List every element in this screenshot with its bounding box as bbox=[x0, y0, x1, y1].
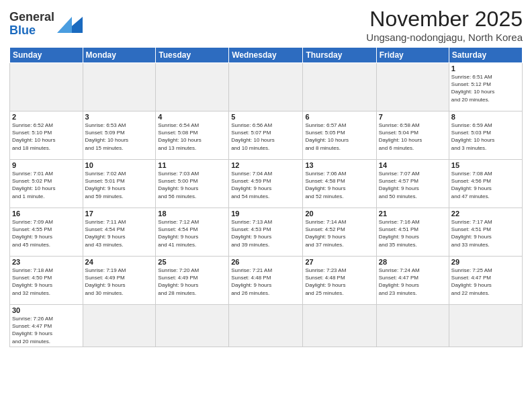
day-info: Sunrise: 7:09 AM Sunset: 4:55 PM Dayligh… bbox=[12, 218, 81, 248]
calendar-cell bbox=[376, 63, 449, 111]
day-info: Sunrise: 6:56 AM Sunset: 5:07 PM Dayligh… bbox=[231, 122, 300, 152]
calendar-cell: 7Sunrise: 6:58 AM Sunset: 5:04 PM Daylig… bbox=[376, 111, 449, 160]
day-number: 22 bbox=[451, 210, 520, 218]
svg-marker-1 bbox=[57, 17, 72, 33]
day-info: Sunrise: 6:52 AM Sunset: 5:10 PM Dayligh… bbox=[12, 122, 81, 152]
calendar-table: Sunday Monday Tuesday Wednesday Thursday… bbox=[9, 47, 523, 347]
day-number: 11 bbox=[158, 161, 226, 169]
day-number: 13 bbox=[305, 161, 373, 169]
calendar-cell: 18Sunrise: 7:12 AM Sunset: 4:54 PM Dayli… bbox=[156, 208, 229, 257]
header-wednesday: Wednesday bbox=[229, 48, 303, 63]
header-tuesday: Tuesday bbox=[156, 48, 229, 63]
calendar-cell: 26Sunrise: 7:21 AM Sunset: 4:48 PM Dayli… bbox=[229, 257, 303, 305]
day-info: Sunrise: 7:13 AM Sunset: 4:53 PM Dayligh… bbox=[231, 218, 300, 248]
calendar-cell bbox=[229, 63, 303, 111]
calendar-cell: 24Sunrise: 7:19 AM Sunset: 4:49 PM Dayli… bbox=[83, 257, 156, 305]
day-number: 28 bbox=[379, 258, 447, 266]
day-info: Sunrise: 7:26 AM Sunset: 4:47 PM Dayligh… bbox=[12, 315, 81, 345]
header-friday: Friday bbox=[376, 48, 449, 63]
day-number: 16 bbox=[12, 210, 81, 218]
calendar-cell: 3Sunrise: 6:53 AM Sunset: 5:09 PM Daylig… bbox=[83, 111, 156, 160]
day-info: Sunrise: 7:21 AM Sunset: 4:48 PM Dayligh… bbox=[231, 267, 300, 297]
logo-general: General bbox=[9, 10, 54, 24]
logo: General Blue bbox=[9, 11, 83, 38]
day-number: 15 bbox=[451, 161, 520, 169]
day-number: 12 bbox=[231, 161, 300, 169]
day-info: Sunrise: 6:58 AM Sunset: 5:04 PM Dayligh… bbox=[379, 122, 447, 152]
day-number: 25 bbox=[158, 258, 226, 266]
day-number: 24 bbox=[85, 258, 154, 266]
calendar-cell: 16Sunrise: 7:09 AM Sunset: 4:55 PM Dayli… bbox=[10, 208, 83, 257]
calendar-cell: 29Sunrise: 7:25 AM Sunset: 4:47 PM Dayli… bbox=[449, 257, 522, 305]
calendar-cell: 17Sunrise: 7:11 AM Sunset: 4:54 PM Dayli… bbox=[83, 208, 156, 257]
day-number: 7 bbox=[379, 113, 447, 121]
day-number: 26 bbox=[231, 258, 300, 266]
calendar-cell bbox=[83, 63, 156, 111]
header-sunday: Sunday bbox=[10, 48, 83, 63]
day-number: 14 bbox=[379, 161, 447, 169]
calendar-cell: 19Sunrise: 7:13 AM Sunset: 4:53 PM Dayli… bbox=[229, 208, 303, 257]
page-header: General Blue November 2025 Ungsang-nodon… bbox=[9, 7, 523, 43]
day-info: Sunrise: 7:08 AM Sunset: 4:56 PM Dayligh… bbox=[451, 170, 520, 200]
day-number: 1 bbox=[451, 64, 520, 73]
header-saturday: Saturday bbox=[449, 48, 522, 63]
day-info: Sunrise: 7:25 AM Sunset: 4:47 PM Dayligh… bbox=[451, 267, 520, 297]
day-number: 8 bbox=[451, 113, 520, 121]
day-info: Sunrise: 7:20 AM Sunset: 4:49 PM Dayligh… bbox=[158, 267, 226, 297]
calendar-cell: 8Sunrise: 6:59 AM Sunset: 5:03 PM Daylig… bbox=[449, 111, 522, 160]
calendar-cell: 20Sunrise: 7:14 AM Sunset: 4:52 PM Dayli… bbox=[303, 208, 376, 257]
location: Ungsang-nodongjagu, North Korea bbox=[366, 32, 523, 43]
calendar-cell bbox=[83, 305, 156, 347]
weekday-header-row: Sunday Monday Tuesday Wednesday Thursday… bbox=[10, 48, 523, 63]
calendar-cell: 9Sunrise: 7:01 AM Sunset: 5:02 PM Daylig… bbox=[10, 160, 83, 208]
day-number: 5 bbox=[231, 113, 300, 121]
day-number: 10 bbox=[85, 161, 154, 169]
day-number: 17 bbox=[85, 210, 154, 218]
calendar-cell: 27Sunrise: 7:23 AM Sunset: 4:48 PM Dayli… bbox=[303, 257, 376, 305]
calendar-cell: 11Sunrise: 7:03 AM Sunset: 5:00 PM Dayli… bbox=[156, 160, 229, 208]
calendar-cell: 30Sunrise: 7:26 AM Sunset: 4:47 PM Dayli… bbox=[10, 305, 83, 347]
day-number: 9 bbox=[12, 161, 81, 169]
calendar-cell: 4Sunrise: 6:54 AM Sunset: 5:08 PM Daylig… bbox=[156, 111, 229, 160]
logo-blue: Blue bbox=[9, 24, 36, 37]
day-info: Sunrise: 7:01 AM Sunset: 5:02 PM Dayligh… bbox=[12, 170, 81, 200]
day-number: 3 bbox=[85, 113, 154, 121]
calendar-cell: 13Sunrise: 7:06 AM Sunset: 4:58 PM Dayli… bbox=[303, 160, 376, 208]
day-number: 23 bbox=[12, 258, 81, 266]
calendar-cell bbox=[229, 305, 303, 347]
day-number: 2 bbox=[12, 113, 81, 121]
day-info: Sunrise: 7:17 AM Sunset: 4:51 PM Dayligh… bbox=[451, 218, 520, 248]
day-info: Sunrise: 7:07 AM Sunset: 4:57 PM Dayligh… bbox=[379, 170, 447, 200]
day-info: Sunrise: 7:06 AM Sunset: 4:58 PM Dayligh… bbox=[305, 170, 373, 200]
day-number: 27 bbox=[305, 258, 373, 266]
day-number: 29 bbox=[451, 258, 520, 266]
calendar-cell: 23Sunrise: 7:18 AM Sunset: 4:50 PM Dayli… bbox=[10, 257, 83, 305]
header-thursday: Thursday bbox=[303, 48, 376, 63]
calendar-cell bbox=[376, 305, 449, 347]
day-info: Sunrise: 6:51 AM Sunset: 5:12 PM Dayligh… bbox=[451, 73, 520, 103]
day-info: Sunrise: 7:11 AM Sunset: 4:54 PM Dayligh… bbox=[85, 218, 154, 248]
day-number: 20 bbox=[305, 210, 373, 218]
calendar-cell: 21Sunrise: 7:16 AM Sunset: 4:51 PM Dayli… bbox=[376, 208, 449, 257]
calendar-cell: 2Sunrise: 6:52 AM Sunset: 5:10 PM Daylig… bbox=[10, 111, 83, 160]
day-info: Sunrise: 6:54 AM Sunset: 5:08 PM Dayligh… bbox=[158, 122, 226, 152]
day-info: Sunrise: 7:18 AM Sunset: 4:50 PM Dayligh… bbox=[12, 267, 81, 297]
day-number: 6 bbox=[305, 113, 373, 121]
calendar-cell: 25Sunrise: 7:20 AM Sunset: 4:49 PM Dayli… bbox=[156, 257, 229, 305]
calendar-cell: 10Sunrise: 7:02 AM Sunset: 5:01 PM Dayli… bbox=[83, 160, 156, 208]
calendar-cell bbox=[10, 63, 83, 111]
day-info: Sunrise: 7:04 AM Sunset: 4:59 PM Dayligh… bbox=[231, 170, 300, 200]
day-number: 30 bbox=[12, 306, 81, 314]
calendar-cell bbox=[303, 63, 376, 111]
calendar-cell bbox=[449, 305, 522, 347]
header-monday: Monday bbox=[83, 48, 156, 63]
day-info: Sunrise: 7:24 AM Sunset: 4:47 PM Dayligh… bbox=[379, 267, 447, 297]
day-info: Sunrise: 6:53 AM Sunset: 5:09 PM Dayligh… bbox=[85, 122, 154, 152]
calendar-cell: 6Sunrise: 6:57 AM Sunset: 5:05 PM Daylig… bbox=[303, 111, 376, 160]
day-info: Sunrise: 7:03 AM Sunset: 5:00 PM Dayligh… bbox=[158, 170, 226, 200]
calendar-cell: 22Sunrise: 7:17 AM Sunset: 4:51 PM Dayli… bbox=[449, 208, 522, 257]
day-info: Sunrise: 7:02 AM Sunset: 5:01 PM Dayligh… bbox=[85, 170, 154, 200]
day-info: Sunrise: 7:16 AM Sunset: 4:51 PM Dayligh… bbox=[379, 218, 447, 248]
calendar-cell: 5Sunrise: 6:56 AM Sunset: 5:07 PM Daylig… bbox=[229, 111, 303, 160]
day-info: Sunrise: 6:57 AM Sunset: 5:05 PM Dayligh… bbox=[305, 122, 373, 152]
